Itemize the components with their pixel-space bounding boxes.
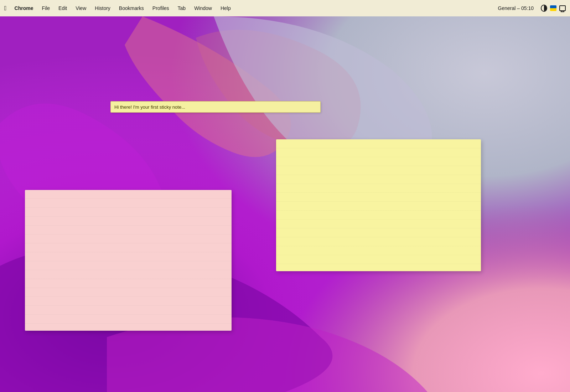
menubar-bookmarks[interactable]: Bookmarks: [115, 4, 148, 12]
ukraine-flag-top: [550, 5, 556, 8]
menubar-file[interactable]: File: [37, 4, 54, 12]
menubar-clock: General – 05:10: [494, 4, 538, 12]
menubar-window[interactable]: Window: [190, 4, 216, 12]
apple-menu[interactable]: : [4, 5, 7, 12]
menubar-history[interactable]: History: [90, 4, 115, 12]
screen-record-shape: [559, 5, 566, 11]
menubar-help[interactable]: Help: [216, 4, 235, 12]
menubar-view[interactable]: View: [71, 4, 90, 12]
desktop: Hi there! I'm your first sticky note...: [0, 16, 570, 392]
menubar-right: General – 05:10: [494, 4, 566, 12]
globe-icon-container[interactable]: [541, 5, 547, 11]
screen-record-icon[interactable]: [559, 5, 566, 11]
ukraine-flag-icon[interactable]: [550, 5, 556, 11]
ukraine-flag-bottom: [550, 8, 556, 11]
menubar-edit[interactable]: Edit: [54, 4, 71, 12]
globe-icon: [541, 5, 547, 12]
sticky-note-yellow[interactable]: [276, 139, 481, 271]
sticky-note-small[interactable]: Hi there! I'm your first sticky note...: [110, 101, 321, 113]
sticky-note-small-text: Hi there! I'm your first sticky note...: [114, 104, 185, 110]
sticky-note-pink[interactable]: [25, 190, 232, 331]
menubar:  Chrome File Edit View History Bookmark…: [0, 0, 570, 16]
menubar-chrome[interactable]: Chrome: [10, 4, 38, 12]
menubar-profiles[interactable]: Profiles: [148, 4, 173, 12]
menubar-tab[interactable]: Tab: [173, 4, 190, 12]
